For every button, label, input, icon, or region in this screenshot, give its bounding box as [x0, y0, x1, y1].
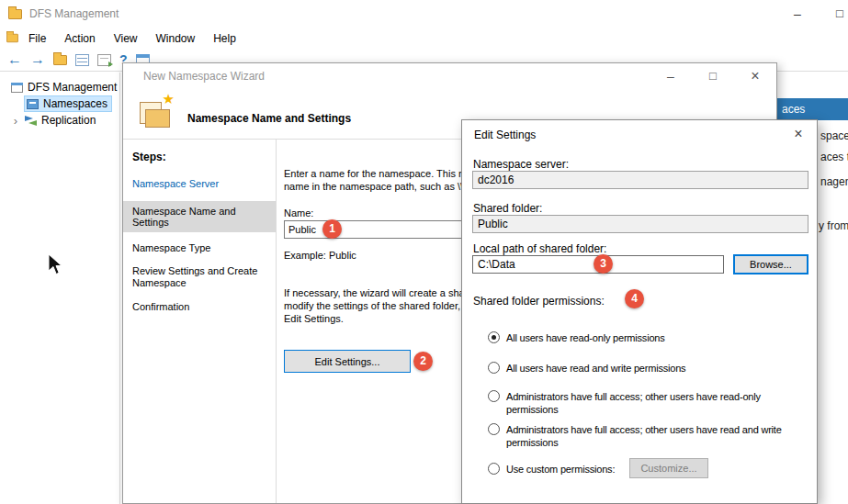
annotation-badge-1: 1 — [322, 219, 342, 239]
step-review-settings: Review Settings and Create Namespace — [132, 265, 266, 289]
radio-custom-permissions[interactable]: Use custom permissions: — [488, 463, 615, 476]
back-icon[interactable] — [7, 51, 22, 68]
wizard-minimize-button[interactable] — [650, 63, 692, 89]
window-title: DFS Management — [29, 7, 119, 20]
edit-settings-button[interactable]: Edit Settings... — [284, 350, 411, 373]
wizard-steps-panel: Steps: Namespace Server Namespace Name a… — [123, 140, 277, 503]
header-fragment-text: aces — [782, 103, 805, 116]
note-line-2: modify the settings of the shared folder… — [284, 299, 469, 312]
tree-item-replication[interactable]: Replication — [0, 112, 119, 129]
radio-read-only[interactable]: All users have read-only permissions — [488, 331, 665, 344]
folder-icon[interactable] — [53, 55, 67, 65]
radio-read-write[interactable]: All users have read and write permission… — [488, 362, 685, 375]
forward-icon[interactable] — [30, 51, 45, 68]
radio-label: Administrators have full access; other u… — [506, 423, 782, 449]
radio-label: All users have read-only permissions — [506, 331, 665, 344]
mouse-cursor — [48, 253, 64, 277]
namespace-server-input[interactable] — [472, 171, 808, 189]
maximize-button[interactable] — [824, 0, 848, 28]
radio-button-icon[interactable] — [488, 331, 500, 343]
tree-selection: Namespaces — [24, 95, 112, 112]
replication-icon — [25, 115, 37, 127]
radio-button-icon[interactable] — [488, 463, 500, 475]
annotation-badge-3: 3 — [594, 254, 613, 274]
tree-item-dfs-management[interactable]: DFS Management — [0, 79, 119, 95]
wizard-title-bar: New Namespace Wizard — [123, 63, 776, 89]
example-text: Example: Public — [284, 250, 356, 261]
content-pane-header-fragment: aces — [777, 98, 848, 120]
radio-label: All users have read and write permission… — [506, 362, 685, 375]
radio-button-icon[interactable] — [488, 390, 500, 402]
tree-item-namespaces[interactable]: Namespaces — [0, 95, 119, 112]
tree-item-label: Namespaces — [43, 97, 107, 110]
wizard-title: New Namespace Wizard — [143, 70, 265, 83]
note-line-1: If necessary, the wizard will create a s… — [284, 286, 469, 299]
annotation-badge-4: 4 — [625, 289, 644, 308]
step-namespace-type: Namespace Type — [132, 242, 266, 253]
star-icon — [163, 91, 175, 107]
wizard-intro-text: Enter a name for the namespace. This na … — [284, 167, 469, 193]
namespaces-icon — [27, 99, 39, 109]
background-text-fragment: nagen — [820, 175, 848, 188]
note-line-3: Edit Settings. — [284, 312, 469, 325]
properties-icon[interactable] — [97, 54, 111, 66]
local-path-label: Local path of shared folder: — [473, 242, 606, 255]
menu-bar: File Action View Window Help — [0, 28, 848, 49]
wizard-note-text: If necessary, the wizard will create a s… — [284, 286, 469, 325]
steps-title: Steps: — [132, 151, 276, 163]
customize-button: Customize... — [629, 458, 708, 478]
shared-folder-input[interactable] — [472, 215, 808, 233]
radio-button-icon[interactable] — [488, 423, 500, 435]
radio-admin-full-users-read[interactable]: Administrators have full access; other u… — [488, 390, 761, 416]
radio-button-icon[interactable] — [488, 362, 500, 374]
background-text-fragment: aces t — [820, 151, 848, 163]
wizard-heading: Namespace Name and Settings — [187, 112, 351, 125]
menu-help[interactable]: Help — [204, 29, 245, 48]
wizard-page-icon — [138, 93, 176, 131]
wizard-close-button[interactable] — [734, 63, 776, 89]
permissions-label: Shared folder permissions: — [473, 295, 605, 308]
namespace-server-label: Namespace server: — [473, 158, 569, 171]
export-list-icon[interactable] — [75, 54, 89, 66]
step-namespace-server: Namespace Server — [132, 178, 266, 189]
intro-line-2: name in the namespace path, such as \\ — [284, 180, 469, 193]
title-bar: DFS Management — [0, 0, 848, 28]
tree-item-label: Replication — [41, 114, 96, 127]
chevron-right-icon[interactable] — [11, 114, 20, 128]
step-namespace-name-and-settings: Namespace Name and Settings — [123, 201, 276, 232]
app-icon — [8, 9, 22, 19]
minimize-button[interactable] — [782, 0, 813, 28]
menu-file[interactable]: File — [19, 29, 55, 48]
menubar-icon — [6, 34, 18, 42]
step-confirmation: Confirmation — [132, 301, 266, 312]
annotation-badge-2: 2 — [413, 352, 433, 371]
radio-label: Administrators have full access; other u… — [506, 390, 761, 416]
edit-settings-dialog: Edit Settings Namespace server: Shared f… — [461, 119, 818, 504]
browse-button[interactable]: Browse... — [733, 254, 808, 274]
edit-settings-title: Edit Settings — [474, 129, 536, 141]
edit-settings-close-button[interactable] — [780, 120, 817, 148]
radio-admin-full-users-read-write[interactable]: Administrators have full access; other u… — [488, 423, 782, 449]
menu-action[interactable]: Action — [55, 29, 104, 48]
shared-folder-label: Shared folder: — [473, 202, 542, 215]
background-text-fragment: space... — [820, 129, 848, 142]
wizard-maximize-button[interactable] — [692, 63, 734, 89]
name-label: Name: — [284, 207, 313, 218]
tree-item-label: DFS Management — [28, 81, 117, 94]
console-root-icon — [11, 83, 23, 93]
screen: { "window": { "title": "DFS Management",… — [0, 0, 848, 504]
menu-view[interactable]: View — [105, 29, 147, 48]
background-text-fragment: y from — [819, 219, 848, 232]
console-tree: DFS Management Namespaces Replication — [0, 73, 120, 504]
intro-line-1: Enter a name for the namespace. This na — [284, 167, 469, 180]
menu-window[interactable]: Window — [147, 29, 205, 48]
radio-label: Use custom permissions: — [506, 463, 615, 476]
